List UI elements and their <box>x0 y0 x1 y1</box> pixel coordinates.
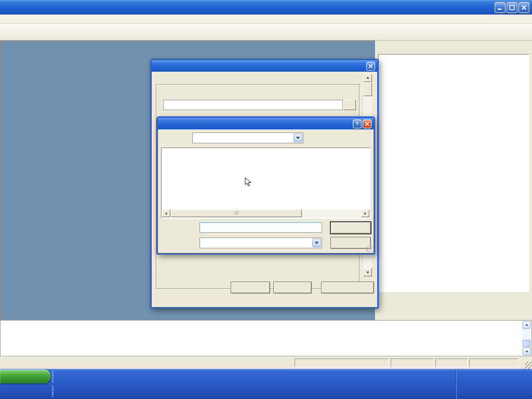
folder-list[interactable] <box>161 148 370 219</box>
resize-grip[interactable] <box>525 362 532 369</box>
view-menu-button[interactable] <box>341 132 355 143</box>
scroll-down-icon[interactable] <box>363 268 372 276</box>
close-icon[interactable] <box>366 62 375 71</box>
chevron-down-icon[interactable] <box>294 134 302 142</box>
app-icon <box>3 3 11 12</box>
start-button[interactable] <box>0 369 50 383</box>
cancel-button[interactable] <box>273 282 312 294</box>
log-panel <box>0 320 532 356</box>
browse-button[interactable] <box>343 100 356 110</box>
cancel-button[interactable] <box>330 237 371 249</box>
camera-coords <box>295 358 389 367</box>
toolbar-grip[interactable] <box>52 385 54 397</box>
chevron-down-icon[interactable] <box>312 238 321 247</box>
model-name-input[interactable] <box>163 100 343 110</box>
maximize-button[interactable] <box>507 2 517 13</box>
horizontal-scrollbar[interactable] <box>162 209 369 218</box>
menu-bar <box>0 15 532 24</box>
windows-flag-icon <box>4 372 15 381</box>
files-of-type-combobox[interactable] <box>200 237 322 248</box>
scroll-left-icon[interactable] <box>162 209 170 217</box>
presets-toolbar <box>377 294 531 318</box>
close-button[interactable] <box>518 2 529 13</box>
edit-object-titlebar[interactable] <box>152 60 377 72</box>
close-icon[interactable] <box>363 119 371 128</box>
toolbar-grip[interactable] <box>52 371 54 382</box>
status-pane-empty1 <box>391 358 434 367</box>
disk-drive-icon <box>194 135 203 141</box>
scroll-down-icon[interactable] <box>523 348 530 355</box>
resize-grip[interactable] <box>366 246 373 252</box>
log-lines <box>1 321 531 324</box>
minimize-button[interactable] <box>495 2 506 13</box>
look-in-combobox[interactable] <box>192 132 303 143</box>
mouse-cursor <box>245 177 251 187</box>
scroll-thumb[interactable] <box>363 83 372 96</box>
open-button[interactable] <box>330 222 371 234</box>
presets-panel <box>375 41 532 320</box>
svg-text:?: ? <box>356 122 358 126</box>
status-bar <box>0 356 532 369</box>
main-toolbar <box>0 24 532 41</box>
status-pane-empty2 <box>435 358 468 367</box>
scroll-thumb[interactable] <box>171 209 302 217</box>
log-scrollbar[interactable] <box>522 321 531 355</box>
open-dialog: ? <box>156 116 375 255</box>
ok-propagate-button[interactable] <box>321 282 374 294</box>
polys-count <box>469 358 519 367</box>
presets-tree[interactable] <box>378 54 529 292</box>
file-name-input[interactable] <box>200 222 322 233</box>
system-tray <box>456 369 532 399</box>
scroll-right-icon[interactable] <box>361 209 369 217</box>
screen: ? <box>0 0 532 399</box>
open-dialog-titlebar[interactable]: ? <box>158 118 374 129</box>
window-titlebar[interactable] <box>0 0 532 15</box>
new-folder-button[interactable] <box>329 132 340 143</box>
scroll-thumb[interactable] <box>523 340 530 347</box>
scroll-up-icon[interactable] <box>363 74 372 82</box>
back-button[interactable] <box>307 132 317 143</box>
up-one-level-button[interactable] <box>318 132 329 143</box>
scroll-up-icon[interactable] <box>523 321 530 329</box>
ok-button[interactable] <box>231 282 270 294</box>
taskbar <box>0 369 532 399</box>
help-icon[interactable]: ? <box>353 119 362 128</box>
